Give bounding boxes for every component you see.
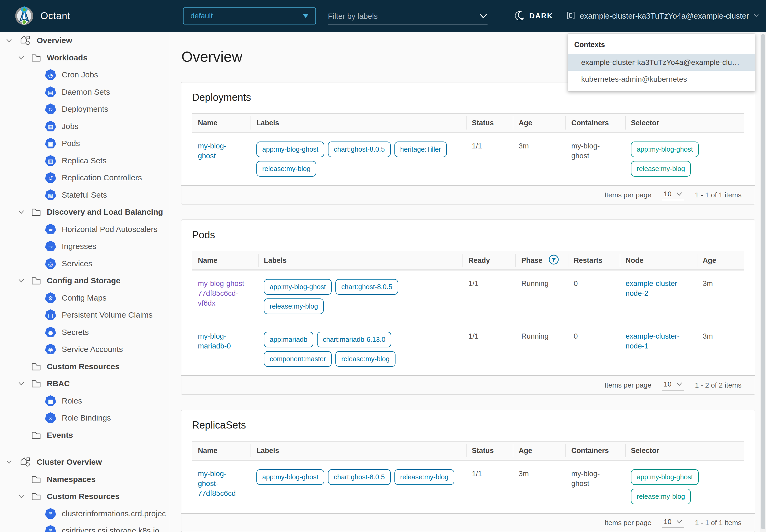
sidebar-item-custom-resources[interactable]: Custom Resources [0,358,169,375]
sidebar-item-csidrivers-csi-storage-k8s-io[interactable]: *csidrivers.csi.storage.k8s.io [0,522,169,532]
page-size-select[interactable]: 10 [662,190,684,200]
scrollbar-thumb[interactable] [761,34,765,529]
resource-link[interactable]: my-blog-ghost-77df85c6cd [198,469,236,497]
sidebar-item-label: Config Maps [62,293,106,302]
sidebar-item-deployments[interactable]: ↻Deployments [0,101,169,118]
table-cell: Running [515,271,568,323]
sidebar-item-label: Cluster Overview [37,458,102,467]
table-cell: 1/1 [463,323,515,375]
sidebar-item-cron-jobs[interactable]: ◔Cron Jobs [0,66,169,84]
sidebar-item-label: Service Accounts [62,345,123,354]
page-size-select[interactable]: 10 [662,380,684,390]
sidebar-item-replica-sets[interactable]: ▥Replica Sets [0,152,169,169]
sidebar-item-custom-resources[interactable]: Custom Resources [0,488,169,505]
resource-link[interactable]: my-blog-ghost-77df85c6cd-vf6dx [198,279,247,307]
cron-jobs-icon: ◔ [45,69,56,81]
sidebar-item-label: Events [47,431,73,440]
sidebar-item-clusterinformations-crd-projec[interactable]: *clusterinformations.crd.projec [0,505,169,522]
sidebar-item-service-accounts[interactable]: ◉Service Accounts [0,341,169,358]
phase-filter-icon[interactable] [548,254,559,267]
sidebar-item-rbac[interactable]: RBAC [0,375,169,392]
sidebar-item-jobs[interactable]: ▦Jobs [0,118,169,135]
folder-icon [30,379,42,388]
sidebar-item-label: Custom Resources [47,492,119,501]
resource-link[interactable]: my-blog-mariadb-0 [198,332,231,350]
filter-chevron-down-icon [479,12,488,21]
resource-link[interactable]: example-cluster-node-1 [626,332,680,350]
sidebar-item-overview[interactable]: Overview [0,32,169,49]
chevron-down-icon[interactable] [4,38,14,43]
theme-toggle-label: DARK [529,12,553,20]
column-header-status: Status [466,114,513,132]
column-header-label: Containers [571,447,609,455]
terminal-window-icon [566,11,576,21]
label-chip: app:my-blog-ghost [631,142,699,157]
table-cell: 3m [513,461,565,513]
column-header-label: Name [198,447,218,455]
context-switcher[interactable]: example-cluster-ka3TuTzYo4a@example-clus… [566,0,759,32]
sidebar-item-roles[interactable]: ■Roles [0,392,169,410]
column-header-name: Name [192,114,251,132]
role-bindings-icon: ∞ [45,412,56,424]
sidebar-item-workloads[interactable]: Workloads [0,49,169,67]
label-filter-input[interactable]: Filter by labels [328,9,488,24]
cell-text: 0 [574,279,578,288]
resource-link[interactable]: example-cluster-node-2 [626,279,680,297]
column-header-name: Name [192,442,251,460]
chevron-down-icon[interactable] [16,278,26,283]
sidebar-item-label: Config and Storage [47,276,120,285]
chevron-down-icon[interactable] [4,460,14,464]
context-option[interactable]: kubernetes-admin@kubernetes [568,71,755,88]
folder-icon [30,430,42,440]
sidebar-item-pods[interactable]: ▣Pods [0,135,169,152]
sidebar-item-daemon-sets[interactable]: ▤Daemon Sets [0,84,169,101]
sidebar-item-services[interactable]: ◎Services [0,255,169,272]
label-chip-group: app:my-blog-ghostchart:ghost-8.0.5releas… [256,469,461,489]
sidebar-item-persistent-volume-claims[interactable]: ▢Persistent Volume Claims [0,306,169,324]
column-header-age: Age [513,442,565,460]
label-chip: app:my-blog-ghost [256,469,324,485]
column-header-label: Labels [264,256,287,265]
sidebar-item-config-maps[interactable]: ⚙Config Maps [0,289,169,307]
sidebar-item-role-bindings[interactable]: ∞Role Bindings [0,409,169,427]
sidebar-item-ingresses[interactable]: →Ingresses [0,238,169,255]
sidebar-item-config-and-storage[interactable]: Config and Storage [0,272,169,289]
chevron-down-icon[interactable] [16,55,26,60]
theme-toggle-button[interactable]: DARK [515,0,553,32]
svg-text:◉: ◉ [48,347,53,353]
label-chip: app:mariadb [264,332,313,347]
context-option-selected[interactable]: example-cluster-ka3TuTzYo4a@example-clu… [568,54,755,71]
sidebar-item-label: Workloads [47,53,88,62]
resource-link[interactable]: my-blog-ghost [198,142,226,160]
pods-table: NameLabelsReadyPhaseRestartsNodeAgemy-bl… [192,251,744,375]
svg-text:→: → [48,244,53,250]
sidebar-item-events[interactable]: Events [0,427,169,444]
svg-text:⇔: ⇔ [48,227,53,233]
table-cell: my-blog-ghost-77df85c6cd [192,461,251,513]
pods-card-title: Pods [181,220,755,242]
sidebar-item-secrets[interactable]: ●Secrets [0,324,169,341]
sidebar-item-label: Replication Controllers [62,173,142,182]
sidebar-item-replication-controllers[interactable]: ↺Replication Controllers [0,169,169,186]
column-header-name: Name [192,251,258,269]
octant-logo-icon [14,5,35,27]
sidebar-item-cluster-overview[interactable]: Cluster Overview [0,454,169,471]
sidebar-item-namespaces[interactable]: Namespaces [0,471,169,488]
sidebar-item-discovery-and-load-balancing[interactable]: Discovery and Load Balancing [0,203,169,221]
svg-text:▣: ▣ [48,141,53,147]
chevron-down-icon[interactable] [16,210,26,214]
sidebar-item-stateful-sets[interactable]: ▧Stateful Sets [0,186,169,204]
replicasets-card-title: ReplicaSets [181,410,755,432]
chevron-down-icon[interactable] [16,494,26,499]
chevron-down-icon[interactable] [16,381,26,386]
vertical-scrollbar[interactable] [760,32,766,532]
label-chip: release:my-blog [256,161,316,177]
table-cell: 3m [697,323,745,375]
label-chip: release:my-blog [394,469,454,485]
table-row: my-blog-ghostapp:my-blog-ghostchart:ghos… [192,132,744,185]
table-cell: my-blog-ghost [192,133,251,185]
page-size-select[interactable]: 10 [662,518,684,528]
pagination-range: 1 - 2 of 2 items [695,381,742,389]
namespace-select[interactable]: default [183,7,316,24]
sidebar-item-horizontal-pod-autoscalers[interactable]: ⇔Horizontal Pod Autoscalers [0,221,169,238]
